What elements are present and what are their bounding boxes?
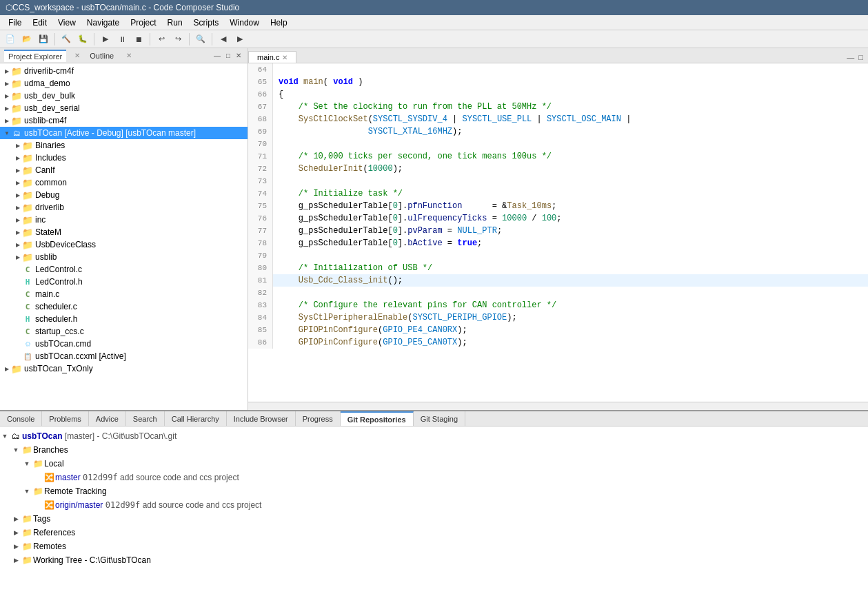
line-content-77[interactable]: g_psSchedulerTable[0].pvParam = NULL_PTR… <box>273 225 502 237</box>
arrow-15[interactable]: ▶ <box>14 242 22 248</box>
toolbar-new-btn[interactable]: 📄 <box>3 32 18 47</box>
line-content-69[interactable]: SYSCTL_XTAL_16MHZ); <box>273 125 462 138</box>
tree-item-18[interactable]: HLedControl.h <box>0 276 248 288</box>
tab-outline[interactable]: Outline <box>85 50 118 61</box>
arrow-8[interactable]: ▶ <box>14 155 22 161</box>
arrow-11[interactable]: ▶ <box>14 192 22 198</box>
line-content-81[interactable]: Usb_Cdc_Class_init(); <box>273 274 403 287</box>
arrow-1[interactable]: ▶ <box>3 68 11 74</box>
git-item-0[interactable]: ▼ 🗂 usbTOcan [master] - C:\Git\usbTOcan\… <box>0 429 868 443</box>
arrow-10[interactable]: ▶ <box>14 180 22 186</box>
arrow-7[interactable]: ▶ <box>14 143 22 149</box>
git-arrow-0[interactable]: ▼ <box>0 433 10 440</box>
tree-item-17[interactable]: CLedControl.c <box>0 263 248 276</box>
menu-run[interactable]: Run <box>162 17 188 29</box>
toolbar-save-btn[interactable]: 💾 <box>36 32 51 47</box>
horizontal-scrollbar[interactable] <box>248 402 868 410</box>
git-panel[interactable]: ▼ 🗂 usbTOcan [master] - C:\Git\usbTOcan\… <box>0 427 868 596</box>
tree-item-1[interactable]: ▶📁driverlib-cm4f <box>0 65 248 77</box>
tree-item-19[interactable]: Cmain.c <box>0 288 248 300</box>
tree-item-21[interactable]: Hscheduler.h <box>0 313 248 325</box>
git-arrow-9[interactable]: ▶ <box>11 557 21 564</box>
tree-item-8[interactable]: ▶📁Includes <box>0 152 248 164</box>
tree-item-22[interactable]: Cstartup_ccs.c <box>0 325 248 338</box>
tree-item-15[interactable]: ▶📁UsbDeviceClass <box>0 238 248 251</box>
bottom-tab-problems[interactable]: Problems <box>42 411 88 426</box>
bottom-tab-progress[interactable]: Progress <box>296 411 341 426</box>
arrow-14[interactable]: ▶ <box>14 229 22 236</box>
line-content-84[interactable]: SysCtlPeripheralEnable(SYSCTL_PERIPH_GPI… <box>273 311 517 324</box>
toolbar-debug-btn[interactable]: 🐛 <box>75 32 90 47</box>
arrow-25[interactable]: ▶ <box>3 366 11 372</box>
git-item-3[interactable]: 🔀 master 012d99f add source code and ccs… <box>0 471 868 484</box>
tab-project-explorer[interactable]: Project Explorer <box>4 50 66 62</box>
editor-max-btn[interactable]: □ <box>856 53 865 61</box>
git-item-8[interactable]: ▶ 📁 Remotes <box>0 540 868 553</box>
panel-close-btn[interactable]: ✕ <box>234 51 243 60</box>
panel-minimize-btn[interactable]: — <box>212 51 223 60</box>
toolbar-back-btn[interactable]: ◀ <box>216 32 231 47</box>
editor-tab-main-c[interactable]: main.c ✕ <box>248 51 296 63</box>
line-content-68[interactable]: SysCtlClockSet(SYSCTL_SYSDIV_4 | SYSCTL_… <box>273 113 631 125</box>
arrow-9[interactable]: ▶ <box>14 167 22 174</box>
tree-item-6[interactable]: ▼🗂usbTOcan [Active - Debug] [usbTOcan ma… <box>0 127 248 139</box>
tab-close-project[interactable]: ✕ <box>74 52 80 59</box>
tree-item-23[interactable]: ⚙usbTOcan.cmd <box>0 338 248 350</box>
line-content-76[interactable]: g_psSchedulerTable[0].ulFrequencyTicks =… <box>273 212 562 225</box>
line-content-83[interactable]: /* Configure the relevant pins for CAN c… <box>273 299 556 311</box>
toolbar-redo-btn[interactable]: ↪ <box>170 32 185 47</box>
line-content-82[interactable] <box>273 287 279 299</box>
line-content-86[interactable]: GPIOPinConfigure(GPIO_PE5_CAN0TX); <box>273 336 467 349</box>
toolbar-search-btn[interactable]: 🔍 <box>193 32 208 47</box>
tree-item-2[interactable]: ▶📁udma_demo <box>0 77 248 90</box>
menu-project[interactable]: Project <box>125 17 161 29</box>
tab-close-main-c[interactable]: ✕ <box>282 54 287 61</box>
arrow-2[interactable]: ▶ <box>3 81 11 87</box>
toolbar-pause-btn[interactable]: ⏸ <box>114 32 130 47</box>
git-arrow-2[interactable]: ▼ <box>22 460 32 467</box>
menu-view[interactable]: View <box>52 17 81 29</box>
editor-min-btn[interactable]: — <box>845 53 856 61</box>
line-content-70[interactable] <box>273 138 279 150</box>
tree-item-13[interactable]: ▶📁inc <box>0 214 248 226</box>
line-content-75[interactable]: g_psSchedulerTable[0].pfnFunction = &Tas… <box>273 200 556 212</box>
tree-item-7[interactable]: ▶📁Binaries <box>0 139 248 152</box>
arrow-5[interactable]: ▶ <box>3 118 11 124</box>
line-content-66[interactable]: { <box>273 88 283 101</box>
bottom-tab-include-browser[interactable]: Include Browser <box>227 411 296 426</box>
line-content-85[interactable]: GPIOPinConfigure(GPIO_PE4_CAN0RX); <box>273 324 467 336</box>
menu-edit[interactable]: Edit <box>27 17 52 29</box>
git-arrow-7[interactable]: ▶ <box>11 529 21 536</box>
arrow-13[interactable]: ▶ <box>14 217 22 223</box>
line-content-64[interactable] <box>273 63 279 76</box>
tree-item-24[interactable]: 📋usbTOcan.ccxml [Active] <box>0 350 248 362</box>
tree-item-5[interactable]: ▶📁usblib-cm4f <box>0 114 248 127</box>
toolbar-forward-btn[interactable]: ▶ <box>232 32 248 47</box>
arrow-3[interactable]: ▶ <box>3 93 11 99</box>
toolbar-undo-btn[interactable]: ↩ <box>154 32 169 47</box>
menu-file[interactable]: File <box>3 17 27 29</box>
tree-item-14[interactable]: ▶📁StateM <box>0 226 248 238</box>
tree-item-20[interactable]: Cscheduler.c <box>0 300 248 313</box>
bottom-tab-git-staging[interactable]: Git Staging <box>414 411 465 426</box>
tree-item-10[interactable]: ▶📁common <box>0 176 248 189</box>
tree-item-9[interactable]: ▶📁CanIf <box>0 164 248 176</box>
tab-close-outline[interactable]: ✕ <box>126 52 132 59</box>
toolbar-build-btn[interactable]: 🔨 <box>59 32 74 47</box>
arrow-4[interactable]: ▶ <box>3 105 11 112</box>
line-content-72[interactable]: SchedulerInit(10000); <box>273 163 403 175</box>
bottom-tab-advice[interactable]: Advice <box>89 411 126 426</box>
bottom-tab-search[interactable]: Search <box>126 411 165 426</box>
menu-navigate[interactable]: Navigate <box>81 17 125 29</box>
line-content-67[interactable]: /* Set the clocking to run from the PLL … <box>273 101 552 113</box>
line-content-79[interactable] <box>273 249 279 262</box>
tree-item-11[interactable]: ▶📁Debug <box>0 189 248 201</box>
git-item-5[interactable]: 🔀 origin/master 012d99f add source code … <box>0 498 868 512</box>
git-item-1[interactable]: ▼ 📁 Branches <box>0 443 868 457</box>
git-arrow-1[interactable]: ▼ <box>11 446 21 453</box>
toolbar-open-btn[interactable]: 📂 <box>19 32 34 47</box>
git-item-7[interactable]: ▶ 📁 References <box>0 526 868 540</box>
arrow-6[interactable]: ▼ <box>3 130 11 136</box>
git-arrow-8[interactable]: ▶ <box>11 543 21 550</box>
bottom-tab-console[interactable]: Console <box>0 411 42 426</box>
